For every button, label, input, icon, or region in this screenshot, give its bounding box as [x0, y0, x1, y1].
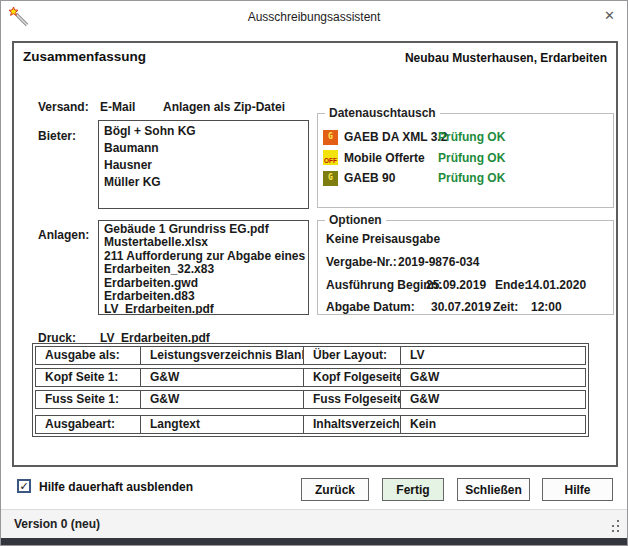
datenaustausch-group: Datenauschtausch G GAEB DA XML 3.2 Prüfu…	[317, 113, 614, 208]
optionen-group: Optionen Keine Preisausgabe Vergabe-Nr.:…	[317, 220, 614, 315]
ausschreibungsassistent-window: Ausschreibungsassistent ✕ Zusammenfassun…	[0, 0, 628, 546]
list-item[interactable]: Erdarbeiten_32.x83	[104, 263, 303, 276]
beginn-label: Ausführung Beginn:	[326, 278, 442, 292]
zeit-value: 12:00	[531, 300, 562, 314]
list-item[interactable]: Bögl + Sohn KG	[104, 123, 303, 140]
close-button[interactable]: Schließen	[457, 478, 530, 501]
vergabe-nr-value: 2019-9876-034	[398, 255, 479, 269]
help-button[interactable]: Hilfe	[542, 478, 613, 501]
list-item[interactable]: Hausner	[104, 157, 303, 174]
abgabe-label: Abgabe Datum:	[326, 300, 415, 314]
table-cell-label: Fuss Folgeseiten:	[303, 390, 401, 409]
table-cell-value: LV	[400, 346, 586, 365]
table-cell-value: Leistungsverzeichnis Blankett	[140, 346, 304, 365]
table-cell-value: Kein	[400, 415, 586, 434]
anlagen-label: Anlagen:	[38, 228, 89, 242]
hide-help-checkbox-label: Hilfe dauerhaft ausblenden	[39, 480, 193, 494]
list-item[interactable]: Baumann	[104, 140, 303, 157]
table-cell-value: G&W	[140, 368, 304, 387]
list-item[interactable]: Erdarbeiten.d83	[104, 290, 303, 303]
anlagen-listbox[interactable]: Gebäude 1 Grundriss EG.pdf Mustertabelle…	[98, 220, 309, 315]
check-status: Prüfung OK	[438, 171, 505, 185]
exchange-row: G GAEB 90 Prüfung OK	[323, 168, 609, 189]
back-button[interactable]: Zurück	[301, 478, 369, 501]
vergabe-nr-label: Vergabe-Nr.:	[326, 255, 397, 269]
table-row: Ausgabe als: Leistungsverzeichnis Blanke…	[35, 346, 586, 365]
ende-label: Ende:	[495, 278, 528, 292]
summary-panel: Zusammenfassung Neubau Musterhausen, Erd…	[12, 41, 618, 467]
window-title: Ausschreibungsassistent	[1, 10, 627, 24]
ende-value: 14.01.2020	[526, 278, 586, 292]
versand-label: Versand:	[38, 100, 89, 114]
window-bottom-edge	[1, 538, 627, 545]
bieter-label: Bieter:	[38, 129, 76, 143]
versand-method: E-Mail	[100, 100, 135, 114]
exchange-row: G GAEB DA XML 3.2 Prüfung OK	[323, 127, 609, 148]
beginn-value: 25.09.2019	[426, 278, 486, 292]
list-item[interactable]: 211 Aufforderung zur Abgabe eines Ang	[104, 250, 303, 263]
table-cell-label: Ausgabe als:	[35, 346, 141, 365]
abgabe-value: 30.07.2019	[431, 300, 491, 314]
table-cell-label: Fuss Seite 1:	[35, 390, 141, 409]
table-cell-value: G&W	[140, 390, 304, 409]
optionen-group-title: Optionen	[325, 213, 386, 227]
gaeb-da-xml-icon: G	[323, 130, 338, 145]
table-cell-value: Langtext	[140, 415, 304, 434]
versand-zip-mode: Anlagen als Zip-Datei	[163, 100, 285, 114]
datenaustausch-group-title: Datenauschtausch	[325, 106, 440, 120]
close-icon[interactable]: ✕	[604, 9, 615, 23]
check-status: Prüfung OK	[438, 151, 505, 165]
druck-settings-table: Ausgabe als: Leistungsverzeichnis Blanke…	[32, 343, 589, 437]
gaeb-90-icon: G	[323, 171, 338, 186]
table-row: Ausgabeart: Langtext Inhaltsverzeichnis:…	[35, 415, 586, 434]
zeit-label: Zeit:	[493, 300, 518, 314]
list-item[interactable]: Erdarbeiten.gwd	[104, 277, 303, 290]
list-item[interactable]: Gebäude 1 Grundriss EG.pdf	[104, 223, 303, 236]
table-row: Fuss Seite 1: G&W Fuss Folgeseiten: G&W	[35, 390, 586, 409]
exchange-format-list: G GAEB DA XML 3.2 Prüfung OK OFF Mobile …	[323, 127, 609, 189]
status-bar: Version 0 (neu)	[1, 509, 627, 538]
bieter-listbox[interactable]: Bögl + Sohn KG Baumann Hausner Müller KG	[98, 120, 309, 209]
exchange-row: OFF Mobile Offerte Prüfung OK	[323, 148, 609, 169]
hide-help-checkbox[interactable]: ✓	[17, 479, 31, 493]
no-price-note: Keine Preisausgabe	[326, 232, 440, 246]
finish-button[interactable]: Fertig	[382, 478, 444, 501]
list-item[interactable]: Mustertabelle.xlsx	[104, 236, 303, 249]
exchange-format-name: Mobile Offerte	[344, 151, 438, 165]
project-title: Neubau Musterhausen, Erdarbeiten	[405, 51, 607, 65]
exchange-format-name: GAEB 90	[344, 171, 438, 185]
version-status: Version 0 (neu)	[14, 517, 100, 531]
table-cell-label: Inhaltsverzeichnis:	[303, 415, 401, 434]
table-cell-label: Kopf Seite 1:	[35, 368, 141, 387]
check-status: Prüfung OK	[438, 130, 505, 144]
table-row: Kopf Seite 1: G&W Kopf Folgeseiten: G&W	[35, 368, 586, 387]
page-title: Zusammenfassung	[23, 49, 146, 64]
mobile-offerte-icon: OFF	[323, 150, 338, 165]
table-cell-label: Über Layout:	[303, 346, 401, 365]
table-cell-label: Ausgabeart:	[35, 415, 141, 434]
exchange-format-name: GAEB DA XML 3.2	[344, 130, 438, 144]
list-item[interactable]: Müller KG	[104, 174, 303, 191]
titlebar: Ausschreibungsassistent ✕	[1, 1, 627, 33]
resize-grip-icon[interactable]	[607, 530, 609, 532]
table-cell-value: G&W	[400, 390, 586, 409]
list-item[interactable]: LV_Erdarbeiten.pdf	[104, 303, 303, 315]
table-cell-value: G&W	[400, 368, 586, 387]
table-cell-label: Kopf Folgeseiten:	[303, 368, 401, 387]
